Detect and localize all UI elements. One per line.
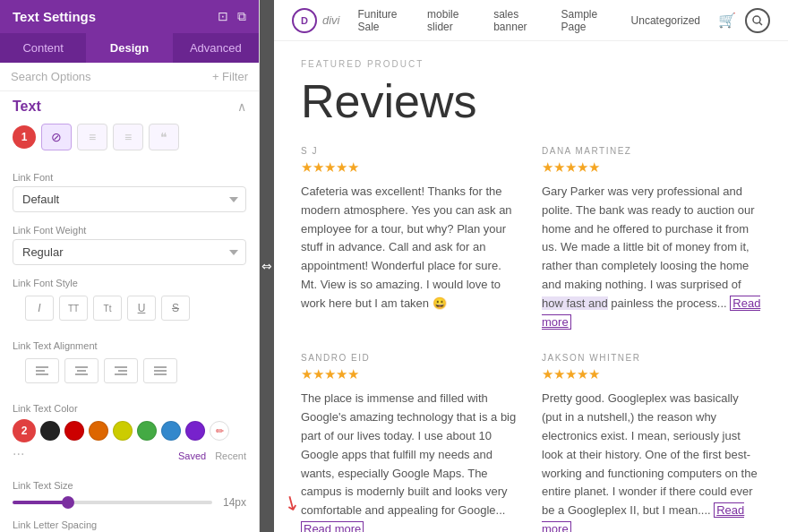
review-card-1: DANA MARTINEZ ★★★★★ Gary Parker was very… bbox=[542, 146, 761, 331]
link-text-size-label: Link Text Size bbox=[13, 480, 246, 491]
minimize-icon[interactable]: ⊡ bbox=[218, 9, 228, 24]
link-font-select[interactable]: Default bbox=[13, 186, 246, 212]
svg-rect-0 bbox=[36, 366, 48, 368]
link-font-weight-group: Link Font Weight Regular bbox=[0, 219, 259, 272]
nav-links: Funiture Sale mobile slider sales banner… bbox=[358, 8, 700, 33]
nav-link-furniture[interactable]: Funiture Sale bbox=[358, 8, 414, 33]
underline-button[interactable]: U bbox=[127, 296, 156, 321]
divi-brand-name: divi bbox=[322, 13, 340, 27]
svg-rect-7 bbox=[118, 370, 127, 372]
red-arrow-indicator: ↘ bbox=[278, 488, 304, 517]
toggle-link-style[interactable]: ⊘ bbox=[41, 124, 72, 150]
link-text-size-value: 14px bbox=[219, 496, 246, 509]
toggle-unordered-list[interactable]: ≡ bbox=[77, 124, 107, 150]
left-panel: Text Settings ⊡ ⧉ Content Design Advance… bbox=[0, 0, 260, 532]
stars-3: ★★★★★ bbox=[542, 366, 761, 382]
svg-point-12 bbox=[753, 16, 760, 23]
link-text-size-thumb[interactable] bbox=[62, 496, 74, 509]
section-header: Text ∧ bbox=[0, 91, 259, 118]
review-text-1: Gary Parker was very professional and po… bbox=[542, 183, 761, 331]
recent-label[interactable]: Recent bbox=[215, 450, 246, 461]
style-badge[interactable]: 1 bbox=[13, 125, 36, 149]
toggle-ordered-list[interactable]: ≡ bbox=[113, 124, 143, 150]
reviewer-name-2: SANDRO EID bbox=[301, 353, 520, 363]
saved-label[interactable]: Saved bbox=[178, 450, 206, 461]
stars-0: ★★★★★ bbox=[301, 159, 520, 176]
color-swatch-purple[interactable] bbox=[185, 421, 205, 441]
color-swatch-yellow[interactable] bbox=[113, 421, 133, 441]
align-left-button[interactable] bbox=[25, 358, 59, 383]
review-text-3: Pretty good. Googleplex was basically (p… bbox=[542, 390, 761, 532]
style-toggles: 1 ⊘ ≡ ≡ ❝ bbox=[0, 118, 259, 159]
svg-rect-2 bbox=[36, 373, 48, 375]
nav-link-uncategorized[interactable]: Uncategorized bbox=[631, 14, 700, 27]
link-letter-spacing-section: Link Letter Spacing 0px bbox=[0, 514, 259, 532]
svg-rect-8 bbox=[115, 373, 127, 375]
color-badge[interactable]: 2 bbox=[13, 419, 36, 442]
link-text-size-section: Link Text Size 14px bbox=[0, 475, 259, 514]
featured-label: FEATURED PRODUCT bbox=[301, 59, 761, 69]
link-font-group: Link Font Default bbox=[0, 167, 259, 219]
search-icon-nav[interactable] bbox=[745, 8, 770, 33]
nav-link-sales-banner[interactable]: sales banner bbox=[493, 8, 546, 33]
svg-rect-5 bbox=[75, 373, 88, 375]
cart-icon[interactable]: 🛒 bbox=[718, 12, 736, 29]
strikethrough-button[interactable]: S bbox=[161, 296, 190, 321]
reviewer-name-0: S J bbox=[301, 146, 520, 156]
page-title: Reviews bbox=[301, 74, 761, 128]
nav-link-mobile-slider[interactable]: mobile slider bbox=[427, 8, 479, 33]
tab-content[interactable]: Content bbox=[0, 33, 86, 63]
read-more-2[interactable]: Read more bbox=[301, 521, 364, 532]
tab-advanced[interactable]: Advanced bbox=[173, 33, 259, 63]
link-text-align-group: Link Text Alignment bbox=[0, 335, 259, 398]
italic-button[interactable]: I bbox=[25, 296, 54, 321]
panel-header: Text Settings ⊡ ⧉ bbox=[0, 0, 259, 33]
collapse-button[interactable]: ∧ bbox=[237, 99, 246, 114]
panel-title: Text Settings bbox=[13, 9, 96, 24]
read-more-3[interactable]: Read more bbox=[542, 502, 744, 532]
divi-logo-circle: D bbox=[292, 8, 317, 33]
drag-handle[interactable]: ⇔ bbox=[260, 0, 274, 532]
list-icon: ≡ bbox=[89, 130, 96, 144]
filter-button[interactable]: + Filter bbox=[212, 70, 248, 83]
review-text-2: The place is immense and filled with Goo… bbox=[301, 390, 520, 532]
tab-design[interactable]: Design bbox=[86, 33, 172, 63]
uppercase-button[interactable]: Tt bbox=[93, 296, 122, 321]
color-more-dots[interactable]: ··· bbox=[13, 446, 24, 462]
toggle-quote[interactable]: ❝ bbox=[149, 124, 179, 150]
svg-rect-1 bbox=[36, 370, 45, 372]
color-swatch-orange[interactable] bbox=[89, 421, 108, 441]
align-right-button[interactable] bbox=[104, 358, 138, 383]
ordered-list-icon: ≡ bbox=[124, 130, 132, 144]
quote-icon: ❝ bbox=[160, 130, 167, 144]
align-row bbox=[13, 355, 246, 390]
color-swatch-blue[interactable] bbox=[161, 421, 181, 441]
right-panel: D divi Funiture Sale mobile slider sales… bbox=[274, 0, 788, 532]
saved-recent-row: Saved Recent bbox=[178, 450, 246, 461]
top-nav: D divi Funiture Sale mobile slider sales… bbox=[274, 0, 788, 41]
link-text-size-track[interactable] bbox=[13, 501, 212, 504]
color-swatch-green[interactable] bbox=[137, 421, 157, 441]
link-font-style-group: Link Font Style I TT Tt U S bbox=[0, 272, 259, 335]
review-card-0: S J ★★★★★ Cafeteria was excellent! Thank… bbox=[301, 146, 520, 331]
align-justify-button[interactable] bbox=[143, 358, 177, 383]
small-caps-button[interactable]: TT bbox=[59, 296, 88, 321]
review-text-0: Cafeteria was excellent! Thanks for the … bbox=[301, 183, 520, 313]
color-swatch-dark[interactable] bbox=[40, 421, 60, 441]
section-title: Text bbox=[13, 99, 41, 115]
reviews-grid: S J ★★★★★ Cafeteria was excellent! Thank… bbox=[301, 146, 761, 532]
align-center-button[interactable] bbox=[64, 358, 98, 383]
color-swatch-red[interactable] bbox=[64, 421, 84, 441]
nav-link-sample-page[interactable]: Sample Page bbox=[561, 8, 616, 33]
link-letter-spacing-label: Link Letter Spacing bbox=[13, 519, 246, 530]
link-text-color-section: Link Text Color 2 ✏ ··· Saved Recent bbox=[0, 398, 259, 468]
stars-2: ★★★★★ bbox=[301, 366, 520, 382]
svg-rect-3 bbox=[75, 366, 88, 368]
color-pencil-button[interactable]: ✏ bbox=[210, 421, 229, 441]
search-bar: Search Options + Filter bbox=[0, 63, 259, 91]
page-content: FEATURED PRODUCT Reviews S J ★★★★★ Cafet… bbox=[274, 41, 788, 532]
link-text-align-label: Link Text Alignment bbox=[13, 340, 246, 351]
expand-icon[interactable]: ⧉ bbox=[237, 9, 246, 24]
link-font-weight-select[interactable]: Regular bbox=[13, 239, 246, 265]
drag-handle-icon: ⇔ bbox=[261, 259, 272, 273]
